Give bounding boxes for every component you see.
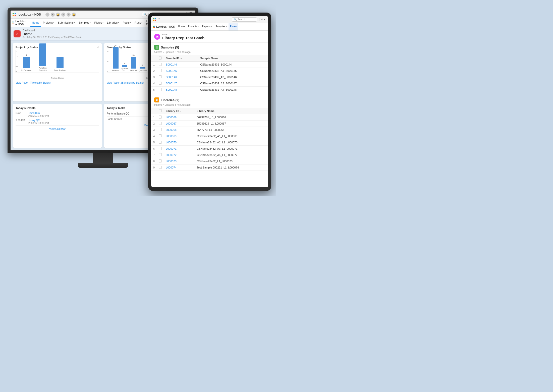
plus-icon[interactable]: +	[51, 13, 55, 17]
dashboard-subtitle: As of Sep 30, 2021, 1:01 PM·Viewing as T…	[23, 36, 82, 38]
tablet-nav-projects[interactable]: Projects ▾	[187, 23, 200, 30]
event-sub-2: 9/30/2021 3:30 PM	[28, 122, 49, 125]
library-id-cell: L000074	[164, 164, 195, 171]
row-num: 8	[151, 158, 157, 164]
row-checkbox[interactable]	[159, 82, 162, 85]
libraries-col-id[interactable]: Library ID ▾	[164, 108, 195, 114]
nav-item-home[interactable]: Home	[30, 19, 41, 27]
star-icon[interactable]: ☆	[45, 13, 49, 17]
row-checkbox[interactable]	[159, 159, 162, 162]
sample-id-link[interactable]: S000145	[166, 69, 177, 72]
event-link-libraryqc[interactable]: Library QC	[28, 119, 40, 122]
tablet-search-bar[interactable]: 🔍 Search...	[232, 17, 257, 22]
libraries-header-checkbox[interactable]	[159, 109, 162, 112]
sort-icon-sample-id: ▾	[181, 58, 182, 60]
row-checkbox[interactable]	[159, 128, 162, 131]
tablet-nav-home[interactable]: Home	[177, 23, 186, 30]
row-checkbox[interactable]	[159, 75, 162, 78]
nav-item-plates[interactable]: Plates ▾	[93, 19, 105, 27]
bar-label-data-analysis: Data Analysis	[54, 69, 66, 72]
samples-table-header-row: Sample ID ▾ Sample Name	[151, 55, 268, 62]
row-checkbox[interactable]	[159, 141, 162, 144]
library-id-link[interactable]: L000068	[166, 128, 177, 131]
samples-col-id[interactable]: Sample ID ▾	[164, 55, 198, 62]
chevron-down-icon: ▾	[74, 21, 75, 24]
alert-icon[interactable]: 🔔	[72, 13, 76, 17]
library-id-link[interactable]: L000069	[166, 135, 177, 138]
library-id-link[interactable]: L000073	[166, 160, 177, 163]
tablet-nav-reports[interactable]: Reports ▾	[200, 23, 214, 30]
row-checkbox[interactable]	[159, 134, 162, 137]
libraries-section-subtitle: 9 items • Updated 3 minutes ago	[151, 103, 268, 108]
tablet-search-placeholder: Search...	[237, 18, 247, 21]
sbar-value-57: 57	[115, 44, 117, 46]
libraries-section-icon: 📋	[154, 97, 159, 102]
row-checkbox[interactable]	[159, 63, 162, 66]
plate-breadcrumb: Plate	[162, 33, 204, 36]
bar-awaiting-samples: 2 Awaiting Samples	[36, 43, 49, 72]
bar-label-awaiting-samples: Awaiting Samples	[36, 67, 49, 72]
row-checkbox-cell	[157, 164, 164, 171]
table-row: 2 L000067 55039619_L1_L000067	[151, 121, 268, 127]
library-id-cell: L000070	[164, 139, 195, 146]
row-num: 3	[151, 74, 157, 80]
library-id-link[interactable]: L000070	[166, 141, 177, 144]
libraries-col-num	[151, 108, 157, 114]
table-row: 5 L000070 CSName23432_A2_L1_L000070	[151, 139, 268, 146]
nav-item-pools[interactable]: Pools ▾	[121, 19, 133, 27]
help-icon[interactable]: ?	[61, 13, 65, 17]
library-id-link[interactable]: L000071	[166, 147, 177, 150]
library-name-cell: CSName23432_A1_L1_L000069	[195, 133, 268, 139]
app-logo	[13, 13, 16, 16]
library-id-link[interactable]: L000074	[166, 166, 177, 169]
row-checkbox[interactable]	[159, 122, 162, 125]
chevron-down-icon: ▾	[102, 21, 103, 24]
samples-section-subtitle: 5 items • Updated 3 minutes ago	[151, 51, 268, 55]
event-details-1: HiSeq Run 9/30/2021 2:30 PM	[28, 112, 49, 117]
nav-item-libraries[interactable]: Libraries ▾	[105, 19, 121, 27]
library-id-link[interactable]: L000072	[166, 153, 177, 156]
sbar-lbl-received: Received	[112, 70, 119, 72]
row-checkbox[interactable]	[159, 166, 162, 169]
chevron-down-icon: ▾	[53, 21, 54, 24]
sample-id-link[interactable]: S000147	[166, 82, 177, 85]
nav-item-samples[interactable]: Samples ▾	[77, 19, 92, 27]
row-checkbox[interactable]	[159, 147, 162, 150]
sbar-received: 57 Received	[112, 47, 119, 72]
samples-header-checkbox[interactable]	[159, 57, 162, 60]
sample-id-cell: S000148	[164, 87, 198, 93]
row-checkbox[interactable]	[159, 116, 162, 119]
sample-id-link[interactable]: S000146	[166, 76, 177, 79]
gear-icon[interactable]: ⚙	[67, 13, 71, 17]
library-id-link[interactable]: L000066	[166, 116, 177, 119]
sample-name-cell: CSName23432_S000144	[198, 62, 268, 68]
view-calendar-link[interactable]: View Calendar	[16, 128, 99, 130]
view-report-project-status-link[interactable]: View Report (Project by Status)	[16, 81, 99, 84]
sample-id-link[interactable]: S000144	[166, 63, 177, 66]
row-num: 6	[151, 146, 157, 152]
samples-section-header: ▤ Samples (5)	[151, 43, 268, 51]
table-row: 1 L000066 36739701_L1_L000066	[151, 114, 268, 121]
row-checkbox[interactable]	[159, 88, 162, 91]
nav-item-submissions[interactable]: Submissions ▾	[56, 19, 76, 27]
tablet-all-dropdown[interactable]: All ▾	[259, 18, 266, 21]
sample-id-cell: S000145	[164, 68, 198, 74]
row-checkbox[interactable]	[159, 69, 162, 72]
library-id-link[interactable]: L000067	[166, 122, 177, 125]
row-num: 5	[151, 87, 157, 93]
nav-item-projects[interactable]: Projects ▾	[41, 19, 56, 27]
row-num: 3	[151, 127, 157, 133]
sample-id-link[interactable]: S000148	[166, 88, 177, 91]
library-id-cell: L000073	[164, 158, 195, 164]
tablet-nav-samples[interactable]: Samples ▾	[214, 23, 228, 30]
event-time-1: Now	[16, 112, 26, 117]
nav-label-samples: Samples	[79, 21, 89, 24]
expand-icon[interactable]: ⤢	[97, 46, 99, 49]
tablet-nav-plates[interactable]: Plates	[229, 23, 239, 30]
tablet-nav-label-reports: Reports	[202, 25, 211, 28]
row-checkbox[interactable]	[159, 153, 162, 156]
library-id-cell: L000068	[164, 127, 195, 133]
event-link-hiseq[interactable]: HiSeq Run	[28, 112, 40, 115]
bell-icon[interactable]: 🔔	[56, 13, 60, 17]
nav-item-runs[interactable]: Runs ▾	[133, 19, 144, 27]
